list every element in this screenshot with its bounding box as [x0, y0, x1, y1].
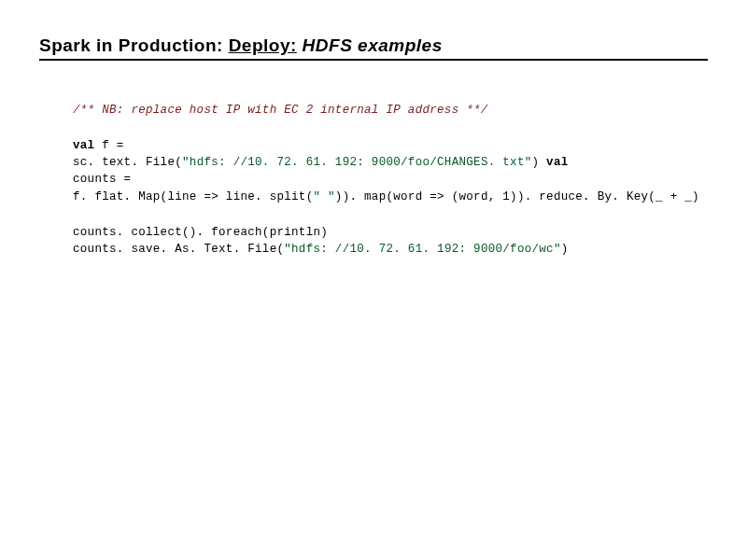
slide-title: Spark in Production: Deploy: HDFS exampl… — [39, 35, 708, 61]
keyword-val: val — [546, 156, 568, 169]
code-text: f = — [94, 139, 123, 152]
code-line-3: counts = — [73, 171, 708, 188]
code-text: )). map(word => (word, 1)). reduce. By. … — [335, 190, 699, 203]
code-comment: /** NB: replace host IP with EC 2 intern… — [73, 102, 708, 119]
code-text: ) — [532, 156, 547, 169]
string-literal: " " — [313, 190, 334, 203]
title-part3: HDFS examples — [303, 35, 443, 55]
code-block: /** NB: replace host IP with EC 2 intern… — [73, 102, 708, 258]
slide: Spark in Production: Deploy: HDFS exampl… — [0, 0, 747, 258]
code-text: counts. save. As. Text. File( — [73, 243, 284, 256]
string-literal: "hdfs: //10. 72. 61. 192: 9000/foo/CHANG… — [182, 156, 531, 169]
code-line-2: sc. text. File("hdfs: //10. 72. 61. 192:… — [73, 154, 708, 171]
code-line-1: val f = — [73, 137, 708, 154]
keyword-val: val — [73, 139, 94, 152]
code-text: sc. text. File( — [73, 156, 182, 169]
code-text: ) — [561, 243, 569, 256]
code-line-5: counts. collect(). foreach(println) — [73, 224, 708, 241]
title-part2: Deploy: — [229, 35, 297, 55]
title-part1: Spark in Production: — [39, 35, 223, 55]
string-literal: "hdfs: //10. 72. 61. 192: 9000/foo/wc" — [284, 243, 560, 256]
code-para-2: counts. collect(). foreach(println) coun… — [73, 224, 708, 258]
code-line-6: counts. save. As. Text. File("hdfs: //10… — [73, 241, 708, 258]
code-line-4: f. flat. Map(line => line. split(" ")). … — [73, 189, 708, 205]
code-para-1: val f = sc. text. File("hdfs: //10. 72. … — [73, 137, 708, 205]
code-text: f. flat. Map(line => line. split( — [73, 190, 313, 203]
